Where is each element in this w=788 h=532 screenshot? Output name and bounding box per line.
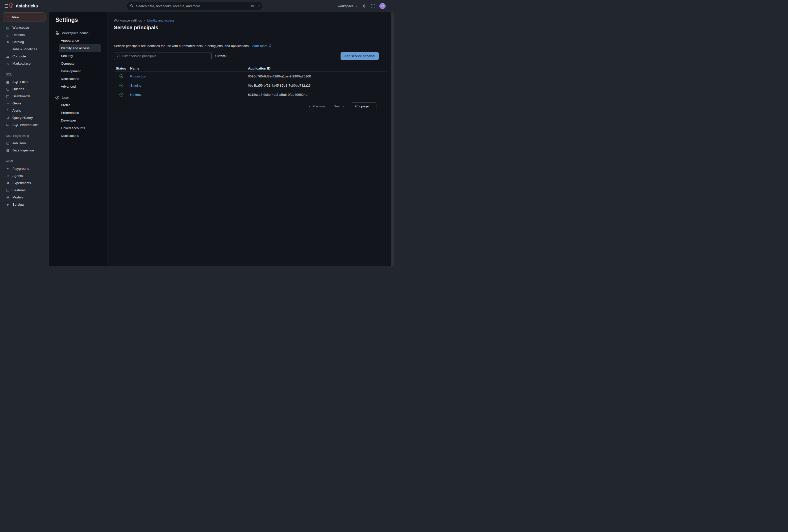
settings-nav-development[interactable]: Development bbox=[59, 67, 101, 75]
sidebar-item-job-runs[interactable]: ☑Job Runs bbox=[0, 140, 49, 147]
user-icon bbox=[55, 96, 59, 100]
settings-nav-profile[interactable]: Profile bbox=[59, 101, 101, 109]
breadcrumb-item-workspace-settings[interactable]: Workspace settings bbox=[114, 19, 142, 22]
sidebar-section-title-sql: SQL bbox=[0, 71, 49, 78]
search-icon bbox=[130, 4, 134, 8]
sidebar-item-query-history[interactable]: ↺Query History bbox=[0, 114, 49, 121]
sidebar-sections: ▤Workspace◷Recents❖Catalog∞Jobs & Pipeli… bbox=[0, 22, 49, 208]
global-search-input[interactable] bbox=[136, 4, 249, 8]
table-row: Nextmv6118cca4-9c8b-4af2-a5a6-0fae499624… bbox=[114, 90, 387, 99]
sidebar-item-dashboards[interactable]: ◫Dashboards bbox=[0, 93, 49, 100]
sidebar-item-label: Compute bbox=[12, 55, 26, 58]
page-size-value: 20 / page bbox=[355, 104, 369, 108]
sidebar-item-label: Recents bbox=[12, 33, 25, 37]
sidebar-item-queries[interactable]: ❏Queries bbox=[0, 85, 49, 93]
settings-nav-security[interactable]: Security bbox=[59, 52, 101, 60]
sidebar-item-serving[interactable]: ➤Serving bbox=[0, 201, 49, 208]
data-ingestion-icon: ⇶ bbox=[5, 149, 10, 153]
databricks-logo[interactable]: databricks bbox=[8, 0, 38, 12]
sidebar-item-recents[interactable]: ◷Recents bbox=[0, 31, 49, 38]
databricks-logo-icon bbox=[8, 3, 14, 9]
sidebar-item-jobs-pipelines[interactable]: ∞Jobs & Pipelines bbox=[0, 45, 49, 53]
sidebar-item-sql-warehouses[interactable]: ⛁SQL Warehouses bbox=[0, 121, 49, 129]
title-divider bbox=[114, 36, 387, 36]
settings-main-pane: Workspace settings›Identity and access› … bbox=[108, 12, 391, 266]
sidebar-item-alerts[interactable]: ⚐Alerts bbox=[0, 107, 49, 114]
content-area: Settings Workspace adminAppearanceIdenti… bbox=[49, 12, 394, 266]
chevron-right-icon: › bbox=[342, 104, 344, 108]
chevron-right-icon: › bbox=[144, 19, 145, 22]
settings-nav-identity-and-access[interactable]: Identity and access bbox=[59, 44, 101, 52]
sidebar-item-compute[interactable]: ☁Compute bbox=[0, 53, 49, 60]
global-search-bar[interactable]: ⌘ + P bbox=[127, 2, 263, 10]
sidebar-item-catalog[interactable]: ❖Catalog bbox=[0, 38, 49, 45]
sidebar-item-playground[interactable]: ✦Playground bbox=[0, 165, 49, 172]
service-principal-name-link[interactable]: Staging bbox=[130, 84, 142, 87]
sidebar-item-experiments[interactable]: ⚗Experiments bbox=[0, 179, 49, 186]
sidebar-item-label: Models bbox=[12, 196, 23, 199]
workspace-switcher-label: workspace bbox=[338, 4, 354, 8]
new-button[interactable]: + New bbox=[3, 12, 45, 22]
settings-nav-preferences[interactable]: Preferences bbox=[59, 109, 101, 117]
settings-nav-advanced[interactable]: Advanced bbox=[59, 83, 101, 90]
filter-row: 18 total Add service principal bbox=[114, 52, 387, 60]
user-avatar[interactable]: D bbox=[379, 3, 386, 9]
sidebar-item-label: Catalog bbox=[12, 40, 24, 44]
settings-nav-compute[interactable]: Compute bbox=[59, 60, 101, 67]
sidebar-item-features[interactable]: ❐Features bbox=[0, 186, 49, 194]
column-header-name: Name bbox=[130, 66, 248, 70]
assistant-sparkle-icon[interactable] bbox=[362, 4, 367, 8]
sidebar-item-models[interactable]: ❋Models bbox=[0, 194, 49, 201]
settings-nav-linked-accounts[interactable]: Linked accounts bbox=[59, 124, 101, 132]
settings-nav-appearance[interactable]: Appearance bbox=[59, 37, 101, 44]
workspace-admin-icon bbox=[55, 31, 59, 35]
settings-nav-notifications[interactable]: Notifications bbox=[59, 75, 101, 83]
sidebar-item-marketplace[interactable]: ⌂Marketplace bbox=[0, 60, 49, 67]
sidebar-item-data-ingestion[interactable]: ⇶Data Ingestion bbox=[0, 147, 49, 154]
search-icon bbox=[117, 54, 120, 58]
breadcrumb-item-identity-and-access[interactable]: Identity and access bbox=[147, 19, 175, 22]
sidebar-item-agents[interactable]: ☺Agents bbox=[0, 172, 49, 179]
filter-service-principals-field[interactable] bbox=[114, 52, 212, 60]
chevron-down-icon: ⌄ bbox=[355, 4, 358, 7]
next-page-button[interactable]: Next › bbox=[333, 104, 344, 108]
service-principal-name-link[interactable]: Production bbox=[130, 75, 146, 78]
logo-wordmark: databricks bbox=[16, 3, 38, 9]
total-count: 18 total bbox=[215, 54, 226, 58]
vertical-scrollbar[interactable] bbox=[391, 12, 394, 266]
query-history-icon: ↺ bbox=[5, 116, 10, 120]
genie-icon: ✧ bbox=[5, 101, 10, 105]
learn-more-link[interactable]: Learn more bbox=[251, 44, 272, 48]
service-principal-name-link[interactable]: Nextmv bbox=[130, 93, 142, 97]
topbar: ☰ databricks ⌘ + P workspace ⌄ bbox=[0, 0, 394, 12]
apps-grid-icon[interactable] bbox=[371, 4, 375, 8]
page-description: Service principals are identities for us… bbox=[114, 44, 387, 48]
add-service-principal-button[interactable]: Add service principal bbox=[340, 52, 379, 60]
sidebar-item-label: Alerts bbox=[12, 109, 21, 112]
status-active-icon bbox=[119, 93, 123, 97]
sidebar-item-label: Experiments bbox=[12, 181, 31, 185]
new-button-label: New bbox=[12, 15, 19, 19]
previous-page-button[interactable]: ‹ Previous bbox=[309, 104, 326, 108]
workspace-switcher[interactable]: workspace ⌄ bbox=[338, 4, 358, 8]
settings-nav-developer[interactable]: Developer bbox=[59, 117, 101, 124]
status-cell bbox=[116, 83, 130, 87]
column-header-status: Status bbox=[116, 66, 130, 70]
pagination: ‹ Previous Next › 20 / page ⌄ bbox=[114, 102, 387, 110]
sidebar-item-sql-editor[interactable]: ▣SQL Editor bbox=[0, 78, 49, 85]
application-id-value: 0bc3ba59-bf91-4a45-85e1-7c80bd732a26 bbox=[248, 84, 387, 87]
sidebar-item-label: SQL Warehouses bbox=[12, 123, 39, 127]
sidebar-section-title-ai-ml: AI/ML bbox=[0, 158, 49, 165]
job-runs-icon: ☑ bbox=[5, 141, 10, 145]
filter-service-principals-input[interactable] bbox=[122, 54, 209, 58]
page-size-select[interactable]: 20 / page ⌄ bbox=[352, 102, 376, 110]
playground-icon: ✦ bbox=[5, 167, 10, 171]
workspace-icon: ▤ bbox=[5, 26, 10, 30]
plus-icon: + bbox=[7, 14, 9, 20]
sidebar-item-genie[interactable]: ✧Genie bbox=[0, 100, 49, 107]
chevron-right-icon: › bbox=[176, 19, 177, 22]
description-text: Service principals are identities for us… bbox=[114, 44, 250, 48]
settings-nav-notifications[interactable]: Notifications bbox=[59, 132, 101, 140]
sidebar-item-workspace[interactable]: ▤Workspace bbox=[0, 24, 49, 31]
features-icon: ❐ bbox=[5, 188, 10, 192]
